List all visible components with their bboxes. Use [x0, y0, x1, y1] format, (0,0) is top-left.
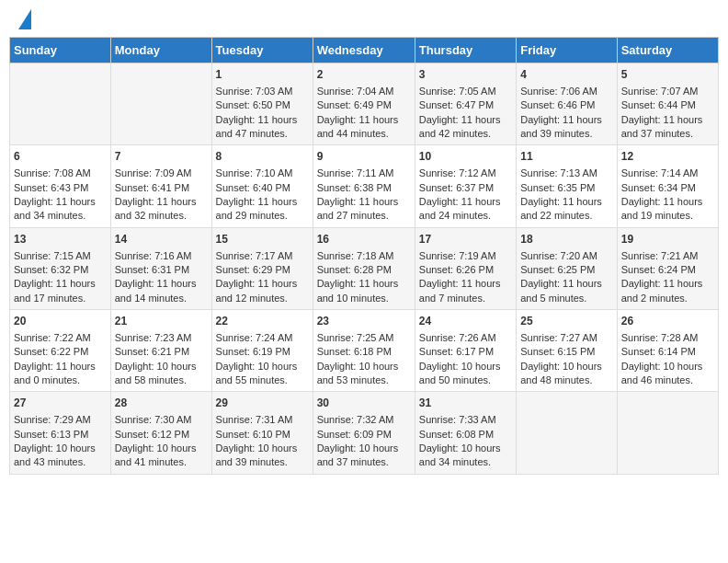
day-sunrise: Sunrise: 7:03 AM — [216, 86, 293, 97]
day-sunrise: Sunrise: 7:31 AM — [216, 414, 293, 425]
day-sunset: Sunset: 6:18 PM — [317, 346, 392, 357]
day-number: 9 — [317, 149, 411, 165]
day-sunset: Sunset: 6:29 PM — [216, 264, 290, 275]
day-number: 8 — [216, 149, 309, 165]
day-number: 27 — [14, 396, 107, 411]
day-daylight: Daylight: 11 hours and 47 minutes. — [216, 114, 298, 139]
day-number: 21 — [115, 314, 208, 329]
day-sunset: Sunset: 6:40 PM — [216, 182, 290, 193]
day-sunrise: Sunrise: 7:04 AM — [317, 86, 394, 97]
day-sunset: Sunset: 6:47 PM — [419, 99, 494, 110]
calendar-cell: 5Sunrise: 7:07 AMSunset: 6:44 PMDaylight… — [617, 63, 718, 145]
day-number: 10 — [419, 149, 512, 165]
day-number: 22 — [216, 314, 309, 329]
day-sunset: Sunset: 6:17 PM — [419, 346, 494, 357]
day-number: 26 — [621, 314, 714, 329]
weekday-header: Wednesday — [313, 38, 415, 63]
day-sunset: Sunset: 6:24 PM — [621, 264, 696, 275]
calendar-cell: 15Sunrise: 7:17 AMSunset: 6:29 PMDayligh… — [211, 227, 313, 309]
day-daylight: Daylight: 10 hours and 53 minutes. — [317, 361, 399, 385]
calendar-cell: 13Sunrise: 7:15 AMSunset: 6:32 PMDayligh… — [10, 227, 111, 309]
day-sunset: Sunset: 6:25 PM — [520, 264, 595, 275]
day-sunset: Sunset: 6:34 PM — [621, 182, 696, 193]
calendar-cell: 21Sunrise: 7:23 AMSunset: 6:21 PMDayligh… — [110, 310, 211, 392]
day-sunrise: Sunrise: 7:32 AM — [317, 414, 394, 425]
day-sunset: Sunset: 6:44 PM — [621, 99, 696, 110]
day-daylight: Daylight: 11 hours and 27 minutes. — [317, 196, 399, 221]
day-sunrise: Sunrise: 7:17 AM — [216, 250, 293, 261]
day-number: 15 — [216, 232, 309, 247]
calendar-cell — [110, 63, 211, 145]
day-sunset: Sunset: 6:19 PM — [216, 346, 290, 357]
day-daylight: Daylight: 10 hours and 39 minutes. — [216, 442, 298, 467]
day-sunrise: Sunrise: 7:23 AM — [115, 332, 192, 343]
calendar-cell: 20Sunrise: 7:22 AMSunset: 6:22 PMDayligh… — [10, 310, 111, 392]
day-daylight: Daylight: 10 hours and 58 minutes. — [115, 361, 197, 385]
day-number: 12 — [621, 149, 714, 165]
day-daylight: Daylight: 10 hours and 46 minutes. — [621, 361, 703, 385]
day-sunset: Sunset: 6:14 PM — [621, 346, 696, 357]
calendar-week-row: 13Sunrise: 7:15 AMSunset: 6:32 PMDayligh… — [10, 227, 719, 309]
day-sunset: Sunset: 6:38 PM — [317, 182, 392, 193]
day-sunrise: Sunrise: 7:12 AM — [419, 167, 496, 178]
day-daylight: Daylight: 11 hours and 39 minutes. — [520, 114, 602, 139]
calendar-cell: 11Sunrise: 7:13 AMSunset: 6:35 PMDayligh… — [517, 145, 618, 227]
day-sunset: Sunset: 6:32 PM — [14, 264, 88, 275]
day-sunset: Sunset: 6:12 PM — [115, 429, 189, 440]
day-daylight: Daylight: 11 hours and 0 minutes. — [14, 361, 96, 385]
weekday-header: Sunday — [10, 38, 111, 63]
day-daylight: Daylight: 10 hours and 43 minutes. — [14, 442, 96, 467]
weekday-header: Friday — [517, 38, 618, 63]
day-sunrise: Sunrise: 7:33 AM — [419, 414, 496, 425]
calendar-body: 1Sunrise: 7:03 AMSunset: 6:50 PMDaylight… — [10, 63, 719, 475]
day-sunset: Sunset: 6:35 PM — [520, 182, 595, 193]
day-number: 23 — [317, 314, 411, 329]
calendar-cell — [517, 392, 618, 474]
day-sunset: Sunset: 6:49 PM — [317, 99, 392, 110]
day-number: 13 — [14, 232, 107, 247]
day-daylight: Daylight: 11 hours and 32 minutes. — [115, 196, 197, 221]
day-daylight: Daylight: 11 hours and 29 minutes. — [216, 196, 298, 221]
calendar-week-row: 1Sunrise: 7:03 AMSunset: 6:50 PMDaylight… — [10, 63, 719, 145]
calendar-week-row: 6Sunrise: 7:08 AMSunset: 6:43 PMDaylight… — [10, 145, 719, 227]
day-sunrise: Sunrise: 7:05 AM — [419, 86, 496, 97]
day-sunrise: Sunrise: 7:19 AM — [419, 250, 496, 261]
day-number: 16 — [317, 232, 411, 247]
calendar-cell: 31Sunrise: 7:33 AMSunset: 6:08 PMDayligh… — [415, 392, 516, 474]
day-number: 25 — [520, 314, 613, 329]
day-sunset: Sunset: 6:37 PM — [419, 182, 494, 193]
day-sunrise: Sunrise: 7:14 AM — [621, 167, 699, 178]
day-sunrise: Sunrise: 7:15 AM — [14, 250, 91, 261]
day-sunrise: Sunrise: 7:16 AM — [115, 250, 192, 261]
day-sunrise: Sunrise: 7:22 AM — [14, 332, 91, 343]
calendar-cell: 1Sunrise: 7:03 AMSunset: 6:50 PMDaylight… — [211, 63, 313, 145]
calendar-cell: 18Sunrise: 7:20 AMSunset: 6:25 PMDayligh… — [517, 227, 618, 309]
day-daylight: Daylight: 11 hours and 5 minutes. — [520, 278, 602, 303]
calendar-cell: 10Sunrise: 7:12 AMSunset: 6:37 PMDayligh… — [415, 145, 516, 227]
day-sunset: Sunset: 6:09 PM — [317, 429, 392, 440]
calendar-cell: 19Sunrise: 7:21 AMSunset: 6:24 PMDayligh… — [617, 227, 718, 309]
day-sunrise: Sunrise: 7:26 AM — [419, 332, 496, 343]
day-number: 17 — [419, 232, 512, 247]
day-sunset: Sunset: 6:31 PM — [115, 264, 189, 275]
day-daylight: Daylight: 10 hours and 41 minutes. — [115, 442, 197, 467]
day-number: 24 — [419, 314, 512, 329]
day-daylight: Daylight: 11 hours and 17 minutes. — [14, 278, 96, 303]
day-sunrise: Sunrise: 7:07 AM — [621, 86, 699, 97]
day-number: 14 — [115, 232, 208, 247]
page-header — [9, 9, 719, 29]
day-number: 6 — [14, 149, 107, 165]
day-daylight: Daylight: 11 hours and 24 minutes. — [419, 196, 501, 221]
day-sunset: Sunset: 6:10 PM — [216, 429, 290, 440]
day-daylight: Daylight: 10 hours and 55 minutes. — [216, 361, 298, 385]
day-number: 29 — [216, 396, 309, 411]
day-daylight: Daylight: 10 hours and 37 minutes. — [317, 442, 399, 467]
day-sunrise: Sunrise: 7:30 AM — [115, 414, 192, 425]
day-sunset: Sunset: 6:28 PM — [317, 264, 392, 275]
calendar-cell: 26Sunrise: 7:28 AMSunset: 6:14 PMDayligh… — [617, 310, 718, 392]
calendar-cell: 9Sunrise: 7:11 AMSunset: 6:38 PMDaylight… — [313, 145, 415, 227]
day-sunset: Sunset: 6:15 PM — [520, 346, 595, 357]
day-sunrise: Sunrise: 7:10 AM — [216, 167, 293, 178]
day-daylight: Daylight: 10 hours and 34 minutes. — [419, 442, 501, 467]
day-sunset: Sunset: 6:08 PM — [419, 429, 494, 440]
